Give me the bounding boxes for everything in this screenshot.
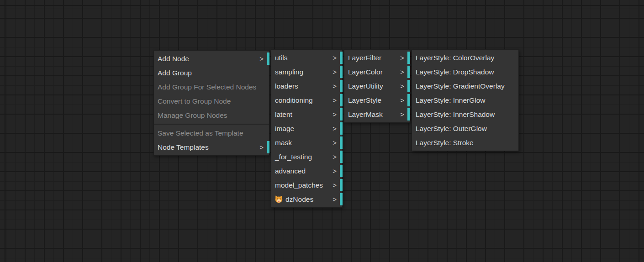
menu-item-label: Add Group — [158, 69, 192, 77]
submenu-accent-bar — [340, 179, 343, 191]
submenu-arrow-icon: > — [400, 93, 404, 107]
menu-item-label: LayerStyle: GradientOverlay — [416, 82, 505, 90]
menu-item-layerstyle-innerglow[interactable]: LayerStyle: InnerGlow — [412, 93, 518, 107]
submenu-accent-bar — [407, 94, 410, 106]
layerstyle-submenu: LayerStyle: ColorOverlayLayerStyle: Drop… — [412, 49, 519, 151]
submenu-arrow-icon: > — [333, 192, 337, 206]
menu-item-conditioning[interactable]: conditioning> — [271, 93, 342, 107]
submenu-arrow-icon: > — [400, 79, 404, 93]
menu-item-label: LayerStyle: InnerGlow — [416, 96, 486, 104]
submenu-arrow-icon: > — [333, 150, 337, 164]
submenu-accent-bar — [407, 52, 410, 64]
menu-item-label: advanced — [275, 167, 306, 175]
submenu-arrow-icon: > — [333, 79, 337, 93]
submenu-arrow-icon: > — [400, 65, 404, 79]
submenu-arrow-icon: > — [333, 178, 337, 192]
menu-item-label: LayerStyle: OuterGlow — [416, 125, 487, 132]
menu-item-label: LayerMask — [348, 110, 383, 118]
menu-item-label: conditioning — [275, 96, 313, 104]
menu-item-label: utils — [275, 54, 288, 62]
menu-item-layerstyle-coloroverlay[interactable]: LayerStyle: ColorOverlay — [412, 51, 518, 65]
submenu-accent-bar — [340, 122, 343, 135]
menu-item-add-group-for-selected-nodes: Add Group For Selected Nodes — [154, 80, 269, 94]
menu-item-layerstyle-outerglow[interactable]: LayerStyle: OuterGlow — [412, 121, 518, 136]
submenu-arrow-icon: > — [259, 140, 264, 154]
submenu-arrow-icon: > — [333, 107, 337, 121]
submenu-accent-bar — [267, 52, 269, 65]
dznodes-submenu: LayerFilter>LayerColor>LayerUtility>Laye… — [344, 49, 410, 123]
submenu-accent-bar — [340, 52, 343, 64]
menu-item-label: latent — [275, 110, 292, 118]
menu-item-layermask[interactable]: LayerMask> — [344, 107, 410, 121]
menu-item-node-templates[interactable]: Node Templates> — [154, 140, 269, 154]
submenu-arrow-icon: > — [259, 52, 264, 66]
menu-item-label: _for_testing — [275, 153, 312, 161]
menu-item-layerstyle-dropshadow[interactable]: LayerStyle: DropShadow — [412, 65, 518, 79]
menu-item-label: sampling — [275, 68, 303, 76]
menu-item-label: LayerStyle: Stroke — [416, 139, 474, 147]
submenu-accent-bar — [267, 141, 269, 153]
submenu-arrow-icon: > — [333, 65, 337, 79]
menu-item-sampling[interactable]: sampling> — [271, 65, 342, 79]
submenu-arrow-icon: > — [333, 136, 337, 150]
menu-item-layerutility[interactable]: LayerUtility> — [344, 79, 410, 93]
submenu-arrow-icon: > — [333, 93, 337, 107]
menu-item-dznodes[interactable]: dzNodes> — [271, 192, 342, 206]
menu-item-label: Add Group For Selected Nodes — [158, 83, 256, 91]
menu-separator — [154, 124, 269, 125]
submenu-accent-bar — [340, 136, 343, 149]
submenu-arrow-icon: > — [333, 51, 337, 65]
menu-item-label: LayerStyle: ColorOverlay — [416, 54, 494, 62]
submenu-arrow-icon: > — [333, 164, 337, 178]
submenu-accent-bar — [340, 80, 343, 92]
menu-item-loaders[interactable]: loaders> — [271, 79, 342, 93]
submenu-arrow-icon: > — [400, 107, 404, 121]
menu-item-model-patches[interactable]: model_patches> — [271, 178, 342, 192]
menu-item-label: Manage Group Nodes — [158, 111, 227, 119]
menu-item-layerstyle-stroke[interactable]: LayerStyle: Stroke — [412, 136, 518, 150]
menu-item-label: LayerColor — [348, 68, 383, 76]
menu-item-label: Add Node — [158, 55, 189, 63]
cat-icon — [275, 194, 283, 201]
menu-item-image[interactable]: image> — [271, 121, 342, 136]
menu-item-utils[interactable]: utils> — [271, 51, 342, 65]
menu-item-label: LayerStyle: DropShadow — [416, 68, 494, 76]
menu-item-label: Convert to Group Node — [158, 97, 231, 105]
menu-item-add-group[interactable]: Add Group — [154, 66, 269, 80]
menu-item-label: model_patches — [275, 181, 323, 189]
menu-item-for-testing[interactable]: _for_testing> — [271, 150, 342, 164]
menu-item-label: LayerStyle — [348, 96, 381, 104]
root-context-menu: Add Node>Add GroupAdd Group For Selected… — [153, 50, 269, 156]
menu-item-layerstyle[interactable]: LayerStyle> — [344, 93, 410, 107]
menu-item-convert-to-group-node: Convert to Group Node — [154, 94, 269, 108]
menu-item-label: LayerFilter — [348, 54, 381, 62]
submenu-accent-bar — [340, 66, 343, 78]
menu-item-label: Save Selected as Template — [158, 129, 243, 137]
submenu-accent-bar — [407, 80, 410, 92]
menu-item-label: mask — [275, 139, 292, 147]
submenu-accent-bar — [407, 66, 410, 78]
menu-item-layerstyle-gradientoverlay[interactable]: LayerStyle: GradientOverlay — [412, 79, 518, 93]
menu-item-layerstyle-innershadow[interactable]: LayerStyle: InnerShadow — [412, 107, 518, 121]
menu-item-label: image — [275, 125, 294, 132]
submenu-arrow-icon: > — [400, 51, 404, 65]
menu-item-advanced[interactable]: advanced> — [271, 164, 342, 178]
menu-item-label: Node Templates — [158, 143, 209, 151]
menu-item-add-node[interactable]: Add Node> — [154, 52, 269, 66]
submenu-accent-bar — [407, 108, 410, 121]
menu-item-layerfilter[interactable]: LayerFilter> — [344, 51, 410, 65]
menu-item-latent[interactable]: latent> — [271, 107, 342, 121]
menu-item-save-selected-as-template: Save Selected as Template — [154, 126, 269, 140]
menu-item-label: LayerUtility — [348, 82, 383, 90]
menu-item-mask[interactable]: mask> — [271, 136, 342, 150]
submenu-accent-bar — [340, 193, 343, 205]
submenu-accent-bar — [340, 151, 343, 163]
menu-item-label: loaders — [275, 82, 298, 90]
submenu-arrow-icon: > — [333, 121, 337, 136]
graph-canvas[interactable]: Add Node>Add GroupAdd Group For Selected… — [0, 0, 644, 262]
menu-item-label: dzNodes — [285, 195, 313, 203]
submenu-accent-bar — [340, 165, 343, 177]
menu-item-layercolor[interactable]: LayerColor> — [344, 65, 410, 79]
submenu-accent-bar — [340, 108, 343, 121]
submenu-accent-bar — [340, 94, 343, 106]
